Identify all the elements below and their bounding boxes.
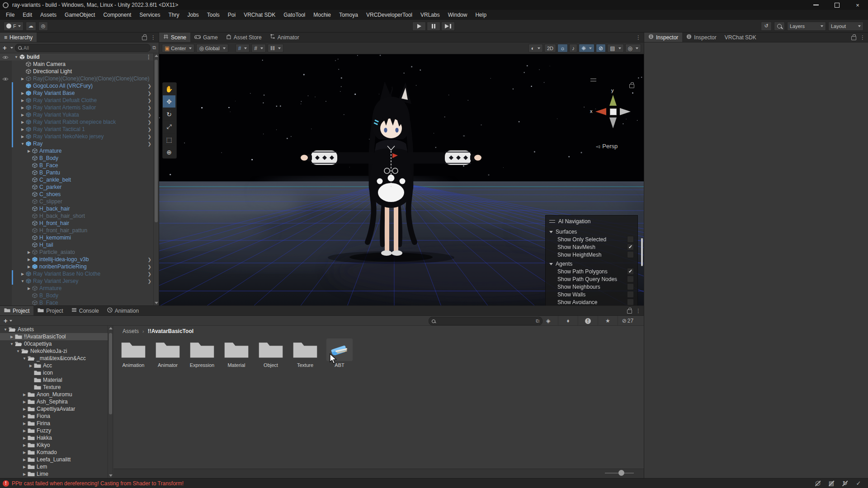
scroll-up-icon[interactable] [155,55,158,57]
nav-section-header[interactable]: Surfaces [546,228,637,235]
disclosure-arrow-icon[interactable]: ▶ [20,91,25,95]
breadcrumb-root[interactable]: Assets [123,328,139,334]
project-tree-row[interactable]: ▶Fiona [0,413,108,420]
disclosure-arrow-icon[interactable]: ▶ [22,436,27,440]
asset-item-texture[interactable]: Texture [288,338,322,368]
hierarchy-row[interactable]: ▶noribenParticleRing❯ [0,263,153,270]
project-tree-row[interactable]: ▼Assets [0,326,108,333]
scene-scrollbar-thumb[interactable] [641,238,643,266]
menu-item-vrlabs[interactable]: VRLabs [416,10,444,20]
disclosure-arrow-icon[interactable]: ▶ [20,113,25,117]
checkbox[interactable] [627,276,634,282]
checkbox[interactable]: ✓ [627,268,634,275]
asset-item-animation[interactable]: Animation [117,338,150,368]
disclosure-arrow-icon[interactable]: ▶ [22,450,27,455]
pause-button[interactable] [427,22,440,31]
debugger-detached-icon[interactable]: ⬡ [812,479,824,488]
menu-item-tomoya[interactable]: Tomoya [335,10,362,20]
disclosure-arrow-icon[interactable]: ▶ [26,286,32,291]
disclosure-arrow-icon[interactable]: ▶ [20,272,25,276]
menu-item-mochie[interactable]: Mochie [309,10,335,20]
lock-icon[interactable] [851,36,856,40]
perspective-toggle[interactable]: ◅ Persp [596,143,618,150]
icon-size-slider[interactable] [605,473,634,474]
disclosure-arrow-icon[interactable]: ▶ [26,265,32,269]
disclosure-arrow-icon[interactable]: ▶ [22,400,27,404]
disclosure-arrow-icon[interactable]: ▼ [9,342,14,346]
play-button[interactable] [412,22,426,31]
hierarchy-row[interactable]: B_Face [0,299,153,305]
scale-tool-button[interactable]: ⤢ [163,121,175,133]
disclosure-arrow-icon[interactable]: ▼ [22,357,27,361]
hierarchy-row[interactable]: H_front_hair_pattun [0,227,153,234]
disclosure-arrow-icon[interactable]: ▶ [26,258,32,262]
layers-dropdown[interactable]: Layers [787,22,826,31]
grid-visual-dropdown[interactable]: # [236,44,250,52]
search-by-type-button[interactable]: ◈ [538,316,558,326]
gizmos-dropdown[interactable]: ◎ [625,44,641,52]
chevron-right-icon[interactable]: ❯ [148,141,151,146]
hierarchy-row[interactable]: ▼Ray❯ [0,140,153,147]
y-axis-cone[interactable] [609,95,617,106]
effects-dropdown[interactable]: ❈ [579,44,594,52]
menu-item-tools[interactable]: Tools [203,10,224,20]
lighting-toggle[interactable]: ☼ [557,44,568,52]
menu-item-services[interactable]: Services [135,10,164,20]
tab-game[interactable]: Game [190,33,222,42]
importance-filter-button[interactable]: ! [578,316,598,326]
hidden-count-button[interactable]: ⊘ 27 [618,316,637,326]
disclosure-arrow-icon[interactable]: ▶ [22,429,27,433]
hierarchy-row[interactable]: H_kemomimi [0,234,153,241]
orientation-dropdown[interactable]: ◎ Global [196,44,228,52]
menu-item-poi[interactable]: Poi [224,10,240,20]
hierarchy-row[interactable]: ▶Ray Variant Base❯ [0,89,153,97]
status-message[interactable]: PPtr cast failed when dereferencing! Cas… [12,480,184,487]
hierarchy-row[interactable]: H_tail [0,241,153,249]
disclosure-arrow-icon[interactable]: ▶ [22,422,27,426]
orientation-overlay-grip[interactable] [590,79,596,81]
x-axis-cone[interactable] [595,108,606,115]
down-axis-cone[interactable] [609,117,617,128]
asset-item-material[interactable]: Material [220,338,253,368]
hierarchy-row[interactable]: C_ankle_belt [0,176,153,183]
move-tool-button[interactable]: ✥ [163,95,175,108]
project-tree-row[interactable]: ▶Ash_Sephira [0,398,108,405]
lock-icon[interactable] [142,36,147,40]
search-by-label-button[interactable]: ♦ [558,316,578,326]
project-tree-row[interactable]: Material [0,376,108,384]
favorites-button[interactable]: ★ [598,316,618,326]
hierarchy-row[interactable]: ▶intellij-idea-logo_v3b❯ [0,256,153,263]
disclosure-arrow-icon[interactable]: ▼ [20,142,25,146]
disclosure-arrow-icon[interactable]: ▶ [20,120,25,124]
disclosure-arrow-icon[interactable]: ▼ [20,279,25,283]
tab-console[interactable]: Console [67,306,103,315]
hierarchy-row[interactable]: ▶Ray Variant Rabbit onepiece black❯ [0,118,153,126]
tab-project[interactable]: Project [33,306,67,315]
scroll-down-icon[interactable] [155,302,158,304]
nav-section-header[interactable]: Agents [546,260,637,267]
snap-increment-dropdown[interactable]: ‖‖ [268,44,283,52]
snap-dropdown[interactable]: # [251,44,266,52]
chevron-down-icon[interactable] [10,47,13,49]
checkbox[interactable] [627,291,634,298]
scroll-up-icon[interactable] [109,327,113,329]
disclosure-arrow-icon[interactable]: ▼ [15,349,21,353]
tab-animator[interactable]: Animator [266,33,303,42]
chevron-right-icon[interactable]: ❯ [148,127,151,132]
hand-tool-button[interactable]: ✋ [163,83,175,95]
hierarchy-row[interactable]: ▶Armature [0,147,153,155]
tab-hierarchy[interactable]: ≡ Hierarchy [0,33,37,42]
project-tree-row[interactable]: ▶Fuzzy [0,427,108,434]
minimize-button[interactable] [806,0,826,10]
asset-item-expression[interactable]: Expression [185,338,219,368]
orientation-gizmo[interactable]: y x [590,89,640,138]
menu-item-gatotool[interactable]: GatoTool [279,10,309,20]
disclosure-arrow-icon[interactable]: ▶ [20,127,25,131]
menu-item-component[interactable]: Component [99,10,135,20]
chevron-right-icon[interactable]: ❯ [148,257,151,262]
scrollbar-thumb[interactable] [109,333,112,414]
disclosure-arrow-icon[interactable]: ▶ [28,364,33,368]
chevron-right-icon[interactable]: ❯ [148,120,151,125]
hierarchy-scrollbar[interactable] [153,53,159,305]
menu-item-edit[interactable]: Edit [19,10,36,20]
